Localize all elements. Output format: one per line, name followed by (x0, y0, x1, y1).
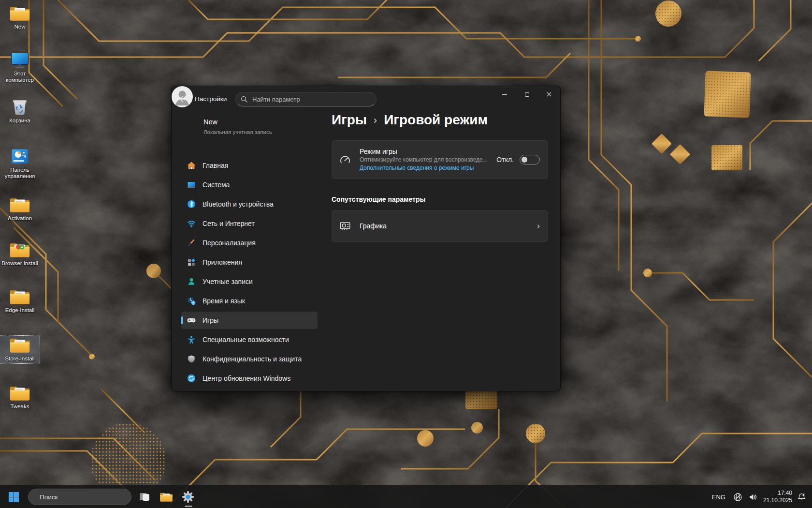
taskbar-clock[interactable]: 17:40 21.10.2025 (763, 490, 792, 504)
nav-item-personalization[interactable]: Персонализация (181, 234, 318, 252)
breadcrumb-chevron-icon: › (374, 114, 377, 127)
minimize-button[interactable] (493, 86, 516, 103)
nav-label: Конфиденциальность и защита (203, 355, 302, 363)
desktop-icon-label: Browser Install (0, 260, 40, 267)
task-view-icon (139, 491, 150, 503)
account-name: New (203, 118, 218, 126)
close-button[interactable] (538, 86, 560, 103)
game-mode-gauge-icon (339, 153, 351, 166)
desktop-icon-tweaks[interactable]: Tweaks (0, 384, 40, 411)
folder-icon (9, 385, 30, 402)
nav-label: Игры (203, 316, 218, 324)
related-settings-heading: Сопутствующие параметры (332, 195, 425, 203)
maximize-button[interactable] (516, 86, 538, 103)
nav-item-accessibility[interactable]: Специальные возможности (181, 331, 318, 348)
recycle-bin-icon (9, 99, 30, 116)
update-icon (187, 374, 196, 383)
accessibility-icon (187, 335, 196, 344)
chevron-right-icon: › (537, 221, 540, 231)
nav-item-accounts[interactable]: Учетные записи (181, 273, 318, 290)
breadcrumb-parent[interactable]: Игры (332, 112, 367, 128)
close-icon (547, 92, 551, 97)
taskbar-search-input[interactable] (39, 493, 126, 501)
tray-time: 17:40 (778, 490, 792, 496)
desktop-icon-edge-install[interactable]: Edge-Install (0, 287, 40, 315)
nav-label: Сеть и Интернет (203, 220, 255, 227)
nav-item-gaming[interactable]: Игры (181, 312, 318, 329)
nav-item-privacy[interactable]: Конфиденциальность и защита (181, 350, 318, 368)
game-mode-toggle[interactable] (520, 155, 540, 164)
taskbar-search-box[interactable] (28, 489, 131, 505)
desktop-icon-label: Tweaks (0, 403, 40, 410)
gear-icon (182, 491, 194, 503)
nav-label: Приложения (203, 258, 242, 266)
nav-label: Время и язык (203, 297, 245, 305)
desktop-icon-label: Store-Install (0, 356, 40, 362)
nav-label: Bluetooth и устройства (203, 200, 274, 208)
volume-icon[interactable] (748, 493, 757, 502)
network-globe-icon[interactable] (733, 493, 742, 502)
desktop-icon-label: Корзина (0, 118, 40, 124)
task-view-button[interactable] (135, 487, 154, 507)
desktop-icon-label: Этот компьютер (0, 71, 40, 83)
start-button[interactable] (4, 487, 23, 507)
settings-nav: Главная Система Bluetooth и устройства (181, 157, 318, 389)
graphics-label: Графика (360, 222, 387, 230)
settings-window: Настройки New Локальная учетная запись (171, 86, 561, 391)
game-mode-learn-more-link[interactable]: Дополнительные сведения о режиме игры (360, 164, 488, 172)
windows-logo-icon (8, 491, 20, 503)
system-tray: ENG 17:40 21.10.2025 (712, 485, 806, 508)
desktop-icon-control-panel[interactable]: Панель управления (0, 147, 40, 181)
desktop-icon-browser-install[interactable]: Browser Install (0, 240, 40, 268)
back-arrow-icon (179, 96, 187, 103)
home-icon (187, 161, 196, 170)
settings-app-button[interactable] (178, 487, 198, 507)
breadcrumb: Игры › Игровой режим (332, 112, 488, 128)
system-icon (187, 180, 196, 189)
nav-item-home[interactable]: Главная (181, 157, 318, 174)
back-button[interactable] (176, 93, 190, 105)
game-mode-description: Оптимизируйте компьютер для воспроизведе… (360, 156, 488, 164)
nav-item-apps[interactable]: Приложения (181, 254, 318, 271)
bluetooth-icon (187, 200, 196, 209)
nav-label: Специальные возможности (203, 336, 289, 344)
search-icon (241, 96, 247, 103)
nav-label: Учетные записи (203, 278, 253, 285)
nav-item-bluetooth[interactable]: Bluetooth и устройства (181, 195, 318, 213)
settings-search-input[interactable] (251, 95, 371, 104)
desktop-icon-label: Панель управления (0, 167, 40, 179)
nav-item-windows-update[interactable]: Центр обновления Windows (181, 370, 318, 387)
desktop-icon-activation[interactable]: Activation (0, 195, 40, 223)
person-icon (187, 277, 196, 286)
nav-item-time-language[interactable]: Время и язык (181, 292, 318, 310)
nav-label: Система (203, 181, 230, 189)
nav-item-system[interactable]: Система (181, 176, 318, 194)
taskbar: ENG 17:40 21.10.2025 (0, 485, 812, 508)
graphics-card[interactable]: Графика › (332, 210, 548, 242)
nav-label: Главная (203, 162, 228, 169)
folder-icon (9, 196, 30, 214)
folder-icon (9, 337, 30, 354)
desktop-icon-this-pc[interactable]: Этот компьютер (0, 51, 40, 85)
folder-icon (9, 288, 30, 306)
tray-date: 21.10.2025 (763, 497, 792, 504)
desktop-icon-label: New (0, 24, 40, 30)
desktop-icon-new[interactable]: New (0, 4, 40, 31)
desktop-icon-store-install[interactable]: Store-Install (0, 336, 40, 363)
page-title: Игровой режим (384, 112, 488, 128)
folder-download-icon (9, 241, 30, 259)
window-title: Настройки (195, 95, 227, 103)
language-indicator[interactable]: ENG (712, 493, 725, 501)
settings-search-box[interactable] (235, 92, 377, 106)
game-mode-card: Режим игры Оптимизируйте компьютер для в… (332, 140, 548, 179)
brush-icon (187, 239, 196, 247)
nav-label: Центр обновления Windows (203, 374, 290, 382)
desktop-icon-label: Edge-Install (0, 307, 40, 314)
desktop-icon-recycle-bin[interactable]: Корзина (0, 98, 40, 125)
active-app-indicator (185, 506, 192, 507)
nav-item-network[interactable]: Сеть и Интернет (181, 215, 318, 232)
clock-globe-icon (187, 297, 196, 305)
notification-bell-icon[interactable] (797, 493, 806, 502)
file-explorer-button[interactable] (157, 487, 176, 507)
wifi-icon (187, 219, 196, 228)
